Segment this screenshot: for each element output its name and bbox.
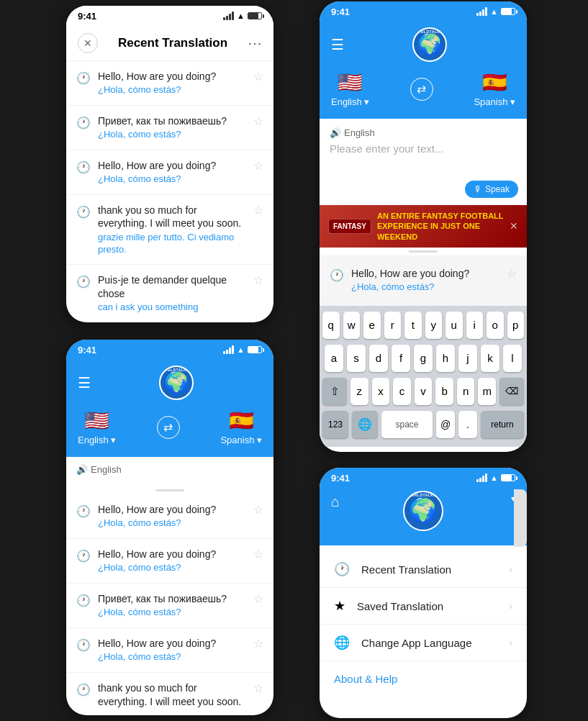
- key-w[interactable]: w: [343, 312, 361, 339]
- key-f[interactable]: f: [392, 345, 410, 372]
- history-icon: 🕐: [76, 275, 91, 289]
- star-button[interactable]: ☆: [253, 204, 263, 217]
- header-top-3: ☰ 🌍 WORLDTALKS?: [331, 27, 515, 62]
- menu-item-saved-translation[interactable]: ★ Saved Translation ›: [320, 588, 527, 625]
- key-y[interactable]: y: [425, 312, 443, 339]
- list-item[interactable]: 🕐 Hello, How are you doing? ¿Hola, cómo …: [66, 628, 273, 673]
- star-button[interactable]: ☆: [253, 273, 263, 287]
- menu-item-recent-translation[interactable]: 🕐 Recent Translation ›: [320, 551, 527, 588]
- star-button[interactable]: ☆: [253, 592, 263, 606]
- speak-button[interactable]: 🎙 Speak: [465, 181, 518, 198]
- star-button[interactable]: ☆: [507, 267, 517, 281]
- key-u[interactable]: u: [445, 312, 463, 339]
- star-button[interactable]: ☆: [253, 70, 263, 83]
- signal-bar-4: [232, 12, 234, 20]
- lang-to-item-3[interactable]: 🇪🇸 Spanish ▾: [474, 71, 515, 107]
- menu-item-change-language[interactable]: 🌐 Change App Language ›: [320, 625, 527, 661]
- star-button[interactable]: ☆: [253, 548, 263, 561]
- ad-close-button[interactable]: ✕: [510, 220, 518, 232]
- trans-translated: ¿Hola, cómo estás?: [351, 281, 499, 294]
- key-m[interactable]: m: [478, 378, 496, 405]
- globe-emoji-4: 🌍: [409, 498, 438, 523]
- status-icons-4: ▲: [476, 473, 515, 482]
- home-button[interactable]: ⌂: [331, 494, 340, 510]
- key-t[interactable]: t: [404, 312, 422, 339]
- lang-from-item-3[interactable]: 🇺🇸 English ▾: [331, 71, 369, 107]
- ad-text: AN ENTIRE FANTASY FOOTBALL EXPERIENCE IN…: [377, 211, 504, 242]
- key-n[interactable]: n: [457, 378, 475, 405]
- list-item[interactable]: 🕐 thank you so much for everything. I wi…: [66, 195, 273, 265]
- star-button[interactable]: ☆: [253, 114, 263, 128]
- lang-to-item-2[interactable]: 🇪🇸 Spanish ▾: [220, 409, 262, 445]
- star-button[interactable]: ☆: [253, 637, 263, 650]
- signal-bar-w2: [226, 350, 228, 354]
- list-item[interactable]: 🕐 Hello, How are you doing? ¿Hola, cómo …: [320, 258, 527, 303]
- swap-languages-button-2[interactable]: ⇄: [157, 416, 180, 439]
- menu-item-label: Change App Language: [361, 637, 497, 649]
- star-button[interactable]: ☆: [253, 159, 263, 173]
- list-item[interactable]: 🕐 Hello, How are you doing? ¿Hola, cómo …: [66, 494, 273, 539]
- list-item[interactable]: 🕐 Привет, как ты поживаешь? ¿Hola, cómo …: [66, 584, 273, 628]
- key-e[interactable]: e: [363, 312, 381, 339]
- language-selector-2: 🇺🇸 English ▾ ⇄ 🇪🇸 Spanish ▾: [78, 406, 262, 448]
- trans-content: Hello, How are you doing? ¿Hola, cómo es…: [98, 548, 246, 574]
- signal-bar-3: [229, 14, 231, 20]
- key-h[interactable]: h: [436, 345, 455, 372]
- numbers-key[interactable]: 123: [322, 411, 348, 438]
- at-key[interactable]: @: [436, 411, 455, 438]
- key-g[interactable]: g: [414, 345, 433, 372]
- lang-from-item-2[interactable]: 🇺🇸 English ▾: [78, 409, 116, 445]
- key-i[interactable]: i: [466, 312, 484, 339]
- backspace-key[interactable]: ⌫: [499, 378, 524, 405]
- globe-key[interactable]: 🌐: [352, 411, 378, 438]
- list-item[interactable]: 🕐 Hello, How are you doing? ¿Hola, cómo …: [66, 150, 273, 195]
- close-button[interactable]: ✕: [78, 33, 98, 53]
- chevron-down-icon: ▾: [111, 435, 116, 445]
- key-l[interactable]: l: [503, 345, 522, 372]
- signal-bar-2: [226, 16, 228, 20]
- list-item[interactable]: 🕐 Puis-je te demander quelque chose can …: [66, 265, 273, 322]
- key-o[interactable]: o: [487, 312, 504, 339]
- translate-placeholder[interactable]: Please enter your text...: [330, 142, 517, 155]
- key-d[interactable]: d: [369, 345, 388, 372]
- list-item[interactable]: 🕐 Hello, How are you doing? ¿Hola, cómo …: [66, 539, 273, 584]
- list-item[interactable]: 🕐 Привет, как ты поживаешь? ¿Hola, cómo …: [66, 106, 273, 150]
- phone-3: 9:41 ▲ ☰ 🌍 WORLDTALKS?: [320, 1, 527, 452]
- swap-languages-button-3[interactable]: ⇄: [410, 78, 433, 101]
- key-s[interactable]: s: [347, 345, 366, 372]
- key-x[interactable]: x: [372, 378, 390, 405]
- key-b[interactable]: b: [435, 378, 453, 405]
- space-key[interactable]: space: [381, 411, 433, 438]
- return-key[interactable]: return: [481, 411, 524, 438]
- star-button[interactable]: ☆: [253, 503, 263, 517]
- shift-key[interactable]: ⇧: [322, 378, 347, 405]
- ad-logo: FANTASY: [328, 219, 371, 234]
- key-c[interactable]: c: [393, 378, 411, 405]
- keyboard-row-3: ⇧ z x c v b n m ⌫: [322, 378, 524, 405]
- lang-from-label-3: English ▾: [331, 96, 369, 107]
- key-k[interactable]: k: [481, 345, 499, 372]
- list-item[interactable]: 🕐 thank you so much for everything. I wi…: [66, 673, 273, 715]
- key-p[interactable]: p: [507, 312, 525, 339]
- signal-bar-w4: [232, 345, 234, 354]
- history-icon: 🕐: [76, 504, 91, 518]
- chevron-right-icon: ›: [509, 563, 512, 575]
- star-button[interactable]: ☆: [253, 681, 263, 695]
- key-a[interactable]: a: [325, 345, 343, 372]
- hamburger-menu-3[interactable]: ☰: [331, 36, 344, 53]
- key-z[interactable]: z: [350, 378, 368, 405]
- key-r[interactable]: r: [384, 312, 402, 339]
- key-q[interactable]: q: [322, 312, 340, 339]
- trans-content: Привет, как ты поживаешь? ¿Hola, cómo es…: [98, 592, 246, 619]
- list-item[interactable]: 🕐 Hello, How are you doing? ¿Hola, cómo …: [66, 61, 273, 106]
- about-help-link[interactable]: About & Help: [320, 661, 527, 697]
- more-button[interactable]: ⋯: [248, 35, 262, 52]
- key-v[interactable]: v: [415, 378, 433, 405]
- globe-emoji-3: 🌍: [417, 34, 443, 56]
- key-j[interactable]: j: [458, 345, 477, 372]
- hamburger-menu[interactable]: ☰: [78, 374, 91, 391]
- menu-item-label: Saved Translation: [357, 600, 497, 612]
- ad-banner: FANTASY AN ENTIRE FANTASY FOOTBALL EXPER…: [320, 205, 527, 248]
- period-key[interactable]: .: [458, 411, 477, 438]
- translate-input-area[interactable]: 🔊 English Please enter your text... 🎙 Sp…: [320, 119, 527, 205]
